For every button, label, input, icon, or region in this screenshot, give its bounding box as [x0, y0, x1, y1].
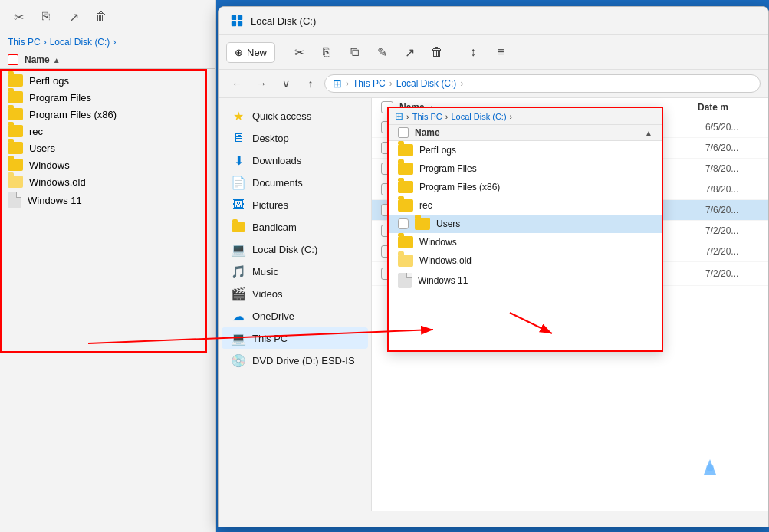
sidebar-onedrive-label: OneDrive — [252, 310, 294, 322]
titlebar: Local Disk (C:) — [219, 7, 768, 35]
paste-button[interactable]: ⧉ — [342, 40, 366, 64]
folder-icon — [398, 144, 413, 156]
sidebar-item-desktop[interactable]: 🖥 Desktop — [222, 127, 368, 149]
bg-file-rec[interactable]: rec — [0, 123, 215, 140]
rename-button[interactable]: ✎ — [370, 40, 394, 64]
folder-icon — [415, 218, 430, 230]
overlay-row-windowsold[interactable]: Windows.old — [389, 251, 662, 270]
sidebar-item-music[interactable]: 🎵 Music — [222, 261, 368, 282]
bg-toolbar: ✂ ⎘ ↗ 🗑 — [0, 0, 215, 34]
overlay-row-perflogs[interactable]: PerfLogs — [389, 141, 662, 159]
toolbar-separator-2 — [455, 44, 455, 61]
folder-icon — [8, 74, 23, 87]
overlay-name-windows11: Windows 11 — [418, 275, 652, 286]
bg-file-rec-label: rec — [29, 126, 43, 137]
bg-file-users-label: Users — [29, 143, 55, 154]
sidebar-music-label: Music — [252, 266, 278, 277]
overlay-localdisk[interactable]: Local Disk (C:) — [451, 112, 506, 121]
sidebar-downloads-label: Downloads — [252, 155, 301, 166]
sidebar-localdisk-label: Local Disk (C:) — [252, 244, 317, 255]
new-plus-icon: ⊕ — [235, 47, 243, 58]
folder-icon-light — [398, 255, 413, 267]
overlay-row-users[interactable]: Users — [389, 215, 662, 233]
folder-icon — [8, 91, 23, 103]
sidebar-item-downloads[interactable]: ⬇ Downloads — [222, 149, 368, 171]
sidebar-item-documents[interactable]: 📄 Documents — [222, 172, 368, 193]
nav-bar: ← → ∨ ↑ ⊞ › This PC › Local Disk (C:) › — [219, 70, 768, 98]
address-bar[interactable]: ⊞ › This PC › Local Disk (C:) › — [324, 74, 761, 93]
new-button[interactable]: ⊕ New — [226, 42, 275, 63]
overlay-row-programfiles86[interactable]: Program Files (x86) — [389, 178, 662, 196]
bg-toolbar-copy[interactable]: ⎘ — [35, 6, 57, 28]
overlay-popup: ⊞ › This PC › Local Disk (C:) › Name ▲ P… — [387, 107, 663, 352]
file-date-windows11: 7/2/20... — [705, 268, 759, 279]
bg-file-windowsold[interactable]: Windows.old — [0, 173, 215, 190]
bg-name-column[interactable]: Name ▲ — [8, 54, 61, 65]
bg-file-windows11[interactable]: Windows 11 — [0, 190, 215, 210]
sidebar-pictures-label: Pictures — [252, 199, 288, 211]
address-localdisk[interactable]: Local Disk (C:) — [396, 78, 457, 89]
overlay-row-windows[interactable]: Windows — [389, 233, 662, 251]
address-icon: ⊞ — [333, 77, 342, 90]
overlay-thispc[interactable]: This PC — [412, 112, 442, 121]
forward-button[interactable]: → — [251, 73, 272, 94]
music-icon: 🎵 — [231, 264, 246, 279]
bandicam-icon — [231, 219, 246, 235]
dropdown-button[interactable]: ∨ — [275, 73, 297, 94]
sidebar-videos-label: Videos — [252, 288, 283, 300]
sidebar-item-bandicam[interactable]: Bandicam — [222, 216, 368, 238]
bg-file-windows[interactable]: Windows — [0, 156, 215, 173]
view-button[interactable]: ≡ — [488, 40, 513, 64]
videos-icon: 🎬 — [231, 286, 246, 301]
up-button[interactable]: ↑ — [300, 73, 321, 94]
bg-file-programfiles86[interactable]: Program Files (x86) — [0, 106, 215, 123]
titlebar-text: Local Disk (C:) — [251, 15, 316, 27]
sidebar-item-thispc[interactable]: 💻 This PC — [222, 327, 368, 349]
sidebar-documents-label: Documents — [252, 177, 303, 189]
onedrive-icon: ☁ — [231, 308, 246, 323]
overlay-row-programfiles[interactable]: Program Files — [389, 159, 662, 178]
sort-button[interactable]: ↕ — [461, 40, 485, 64]
bg-file-users[interactable]: Users — [0, 140, 215, 156]
sidebar-item-dvddrive[interactable]: 💿 DVD Drive (D:) ESD-IS — [222, 350, 368, 371]
bg-toolbar-paste[interactable]: ↗ — [63, 6, 84, 28]
bg-breadcrumb-localdisk[interactable]: Local Disk (C:) — [50, 37, 110, 48]
delete-button[interactable]: 🗑 — [425, 40, 449, 64]
file-date-rec: 7/8/20... — [705, 184, 759, 195]
overlay-row-windows11[interactable]: Windows 11 — [389, 270, 662, 291]
file-icon — [8, 192, 21, 208]
overlay-header-checkbox[interactable] — [398, 127, 409, 138]
bg-toolbar-delete[interactable]: 🗑 — [90, 6, 112, 28]
bg-sort-arrow: ▲ — [53, 56, 61, 64]
back-button[interactable]: ← — [226, 73, 248, 94]
share-button[interactable]: ↗ — [397, 40, 422, 64]
copy-button[interactable]: ⎘ — [314, 40, 339, 64]
cut-button[interactable]: ✂ — [287, 40, 311, 64]
overlay-sep2: › — [445, 112, 449, 121]
bg-file-list: PerfLogs Program Files Program Files (x8… — [0, 69, 215, 213]
file-date-programfiles86: 7/8/20... — [705, 163, 759, 174]
row-checkbox[interactable] — [398, 218, 409, 229]
sidebar-bandicam-label: Bandicam — [252, 222, 297, 233]
bg-col-header: Name ▲ — [0, 51, 215, 69]
sidebar-item-onedrive[interactable]: ☁ OneDrive — [222, 305, 368, 327]
sidebar-item-localdisk[interactable]: 💻 Local Disk (C:) — [222, 238, 368, 260]
overlay-grid-icon: ⊞ — [395, 110, 403, 122]
date-column-header[interactable]: Date m — [698, 102, 759, 113]
svg-rect-0 — [232, 15, 236, 20]
overlay-name-programfiles: Program Files — [419, 163, 652, 174]
sidebar-thispc-label: This PC — [252, 333, 288, 344]
sidebar-item-quickaccess[interactable]: ★ Quick access — [222, 105, 368, 126]
folder-icon — [8, 125, 23, 137]
sidebar-item-videos[interactable]: 🎬 Videos — [222, 283, 368, 304]
bg-toolbar-cut[interactable]: ✂ — [8, 6, 29, 28]
folder-icon — [398, 163, 413, 175]
sidebar-item-pictures[interactable]: 🖼 Pictures — [222, 194, 368, 215]
bg-breadcrumb-thispc[interactable]: This PC — [8, 37, 41, 48]
bg-file-perflogs[interactable]: PerfLogs — [0, 72, 215, 89]
overlay-row-rec[interactable]: rec — [389, 196, 662, 215]
toolbar: ⊕ New ✂ ⎘ ⧉ ✎ ↗ 🗑 ↕ ≡ — [219, 35, 768, 70]
bg-file-programfiles[interactable]: Program Files — [0, 89, 215, 106]
overlay-file-list: PerfLogs Program Files Program Files (x8… — [389, 141, 662, 291]
address-thispc[interactable]: This PC — [353, 78, 386, 89]
